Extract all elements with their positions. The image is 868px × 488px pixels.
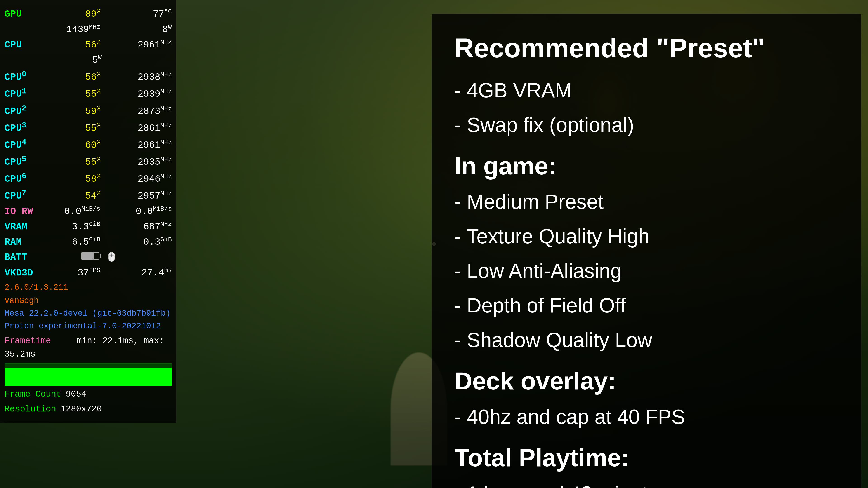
resolution-row: Resolution 1280x720: [4, 402, 172, 416]
cpu-power: 5W: [52, 53, 102, 68]
batt-label: BATT: [4, 250, 50, 265]
cpu0-label: CPU0: [4, 68, 49, 85]
io-write: 0.0MiB/s: [110, 204, 172, 219]
game-screen: GPU 89% 77°C 1439MHz 8W CPU 56% 2961: [0, 0, 868, 488]
deck-section-title: Deck overlay:: [454, 366, 839, 395]
frame-count-value: 9054: [66, 388, 86, 401]
frame-count-row: Frame Count 9054: [4, 388, 172, 401]
cpu7-freq: 2957MHz: [110, 189, 172, 203]
vkd3d-label: VKD3D: [4, 266, 49, 281]
vkd3d-row: VKD3D 37FPS 27.4ms: [4, 265, 172, 281]
cpu4-usage: 60%: [51, 138, 100, 153]
vram-label: VRAM: [4, 220, 49, 234]
cpu2-usage: 59%: [51, 104, 100, 119]
vram-freq: 687MHz: [110, 219, 172, 234]
cpu7-row: CPU7 54% 2957MHz: [4, 187, 172, 203]
cpu5-label: CPU5: [4, 153, 49, 170]
battery-icon: [81, 252, 99, 260]
cpu-row: CPU 56% 2961MHz: [4, 37, 172, 53]
panel-title: Recommended "Preset": [454, 32, 839, 64]
deck-item-0: - 40hz and cap at 40 FPS: [454, 400, 839, 434]
cpu4-row: CPU4 60% 2961MHz: [4, 136, 172, 153]
cpu1-usage: 55%: [51, 87, 100, 102]
gpu-power: 8W: [110, 22, 172, 37]
playtime-item-0: - 1 hour and 48 minutes: [454, 477, 839, 488]
cpu3-label: CPU3: [4, 119, 49, 136]
gpu-label: GPU: [4, 7, 49, 22]
cpu6-freq: 2946MHz: [110, 172, 172, 187]
batt-mouse-icon: 🖱️: [106, 251, 117, 264]
proton-info: Proton experimental-7.0-20221012: [4, 320, 172, 332]
ram-label: RAM: [4, 235, 49, 250]
cpu7-label: CPU7: [4, 187, 49, 203]
cpu6-label: CPU6: [4, 170, 49, 187]
cpu1-row: CPU1 55% 2939MHz: [4, 85, 172, 102]
cpu-usage: 56%: [51, 37, 100, 53]
cpu3-usage: 55%: [51, 121, 100, 136]
frametime-bar-fill: [5, 368, 172, 385]
hud-overlay: GPU 89% 77°C 1439MHz 8W CPU 56% 2961: [0, 0, 176, 423]
cpu6-row: CPU6 58% 2946MHz: [4, 170, 172, 187]
playtime-section-title: Total Playtime:: [454, 443, 839, 472]
ingame-section-title: In game:: [454, 151, 839, 180]
ram-swap: 0.3GiB: [110, 235, 172, 250]
cpu5-usage: 55%: [51, 155, 100, 170]
ingame-item-4: - Shadow Quality Low: [454, 323, 839, 357]
io-row: IO RW 0.0MiB/s 0.0MiB/s: [4, 204, 172, 219]
version-info: 2.6.0/1.3.211: [4, 281, 172, 294]
gpu-freq-row: 1439MHz 8W: [4, 22, 172, 37]
ram-row: RAM 6.5GiB 0.3GiB: [4, 235, 172, 250]
fps-value: 37FPS: [51, 265, 100, 281]
cpu3-row: CPU3 55% 2861MHz: [4, 119, 172, 136]
frametime-value: 27.4ms: [110, 265, 172, 281]
cpu2-freq: 2873MHz: [110, 104, 172, 119]
vram-used: 3.3GiB: [51, 219, 100, 234]
cpu3-freq: 2861MHz: [110, 121, 172, 136]
gpu-row: GPU 89% 77°C: [4, 7, 172, 22]
gpu-freq: 1439MHz: [51, 22, 100, 37]
resolution-label: Resolution: [4, 402, 56, 416]
cpu1-label: CPU1: [4, 85, 49, 102]
ingame-item-2: - Low Anti-Aliasing: [454, 254, 839, 288]
right-panel: Recommended "Preset" - 4GB VRAM - Swap f…: [432, 13, 861, 488]
vram-row: VRAM 3.3GiB 687MHz: [4, 219, 172, 234]
cpu2-label: CPU2: [4, 102, 49, 119]
frametime-label: Frametime min: 22.1ms, max: 35.2ms: [4, 334, 172, 361]
cpu2-row: CPU2 59% 2873MHz: [4, 102, 172, 119]
cpu-label: CPU: [4, 38, 49, 53]
cpu-freq: 2961MHz: [110, 37, 172, 53]
cpu0-usage: 56%: [51, 70, 100, 85]
io-label: IO RW: [4, 204, 49, 219]
cpu6-usage: 58%: [51, 172, 100, 187]
io-read: 0.0MiB/s: [51, 204, 100, 219]
cpu-power-row: 5W: [4, 53, 172, 68]
ingame-item-0: - Medium Preset: [454, 185, 839, 219]
ingame-item-3: - Depth of Field Off: [454, 288, 839, 323]
cpu0-row: CPU0 56% 2938MHz: [4, 68, 172, 85]
cpu5-row: CPU5 55% 2935MHz: [4, 153, 172, 170]
gpu-usage: 89%: [51, 7, 100, 22]
renderer-info: VanGogh: [4, 295, 172, 307]
cpu0-freq: 2938MHz: [110, 70, 172, 85]
ram-used: 6.5GiB: [51, 235, 100, 250]
batt-row: BATT 🖱️: [4, 250, 172, 265]
driver-info: Mesa 22.2.0-devel (git-03db7b91fb): [4, 307, 172, 320]
cpu7-usage: 54%: [51, 189, 100, 203]
ingame-item-1: - Texture Quality High: [454, 219, 839, 254]
gpu-temp: 77°C: [110, 7, 172, 22]
resolution-value: 1280x720: [61, 402, 102, 416]
frametime-graph: [4, 363, 172, 386]
cpu4-label: CPU4: [4, 136, 49, 153]
preset-item-1: - Swap fix (optional): [454, 108, 839, 142]
cpu4-freq: 2961MHz: [110, 138, 172, 153]
battery-icon-container: [52, 250, 102, 265]
preset-item-0: - 4GB VRAM: [454, 73, 839, 108]
frame-count-label: Frame Count: [4, 388, 61, 401]
cpu5-freq: 2935MHz: [110, 155, 172, 170]
cpu1-freq: 2939MHz: [110, 87, 172, 102]
